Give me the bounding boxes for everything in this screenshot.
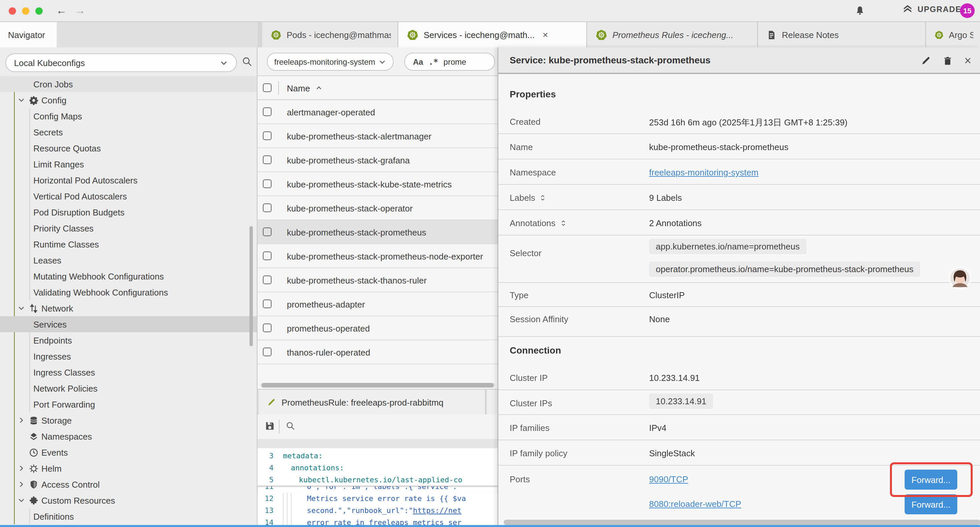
table-row[interactable]: kube-prometheus-stack-alertmanager [258, 124, 498, 148]
editor-tab-partial[interactable] [487, 390, 498, 415]
runbook-url-link[interactable]: https://net [413, 506, 461, 515]
tab-services[interactable]: Services - icecheng@math... × [398, 22, 587, 47]
property-row-cluster-ip: Cluster IP 10.233.14.91 [498, 366, 980, 390]
sidebar-item-definitions[interactable]: Definitions [0, 508, 258, 524]
row-checkbox[interactable] [263, 131, 272, 140]
property-label: Cluster IPs [510, 398, 552, 408]
row-checkbox[interactable] [263, 179, 272, 188]
sidebar-item-validating-webhook-configurations[interactable]: Validating Webhook Configurations [0, 284, 258, 300]
row-checkbox[interactable] [263, 227, 272, 236]
table-row[interactable]: kube-prometheus-stack-operator [258, 196, 498, 220]
sidebar-item-ingresses[interactable]: Ingresses [0, 348, 258, 364]
table-row[interactable]: kube-prometheus-stack-grafana [258, 148, 498, 172]
tab-navigator[interactable]: Navigator [0, 22, 57, 47]
close-tab-icon[interactable]: × [543, 30, 548, 39]
row-checkbox[interactable] [263, 299, 272, 308]
sidebar-item-limit-ranges[interactable]: Limit Ranges [0, 156, 258, 172]
filter-input[interactable]: Aa .* prome [404, 53, 495, 71]
trash-icon[interactable] [943, 56, 953, 66]
forward-arrow-icon[interactable]: → [73, 4, 87, 18]
notifications-bell-icon[interactable] [854, 5, 865, 16]
table-row[interactable]: kube-prometheus-stack-prometheus-node-ex… [258, 244, 498, 268]
back-arrow-icon[interactable]: ← [55, 4, 68, 18]
sidebar-item-port-forwarding[interactable]: Port Forwarding [0, 396, 258, 412]
tab-release-notes[interactable]: Release Notes [758, 22, 926, 47]
sidebar-item-runtime-classes[interactable]: Runtime Classes [0, 236, 258, 252]
sidebar-group-network[interactable]: Network [0, 300, 258, 316]
forward-button-8080[interactable]: Forward... [905, 494, 957, 514]
regex-icon[interactable]: .* [429, 57, 438, 66]
drawer-horizontal-scrollbar[interactable] [504, 520, 980, 525]
sidebar-item-pod-disruption-budgets[interactable]: Pod Disruption Budgets [0, 204, 258, 220]
expand-updown-icon[interactable] [559, 219, 567, 228]
property-row-namespace: Namespace freeleaps-monitoring-system [498, 161, 980, 185]
table-row[interactable]: prometheus-operated [258, 316, 498, 340]
window-close-button[interactable] [9, 7, 16, 15]
kubeconfig-dropdown[interactable]: Local Kubeconfigs [5, 53, 237, 72]
sidebar-item-namespaces[interactable]: Namespaces [0, 428, 258, 444]
notification-count-badge[interactable]: 15 [960, 3, 975, 18]
sidebar-item-config-maps[interactable]: Config Maps [0, 108, 258, 124]
save-icon[interactable] [264, 420, 275, 431]
sidebar-group-helm[interactable]: Helm [0, 460, 258, 476]
sidebar-group-custom-resources[interactable]: Custom Resources [0, 492, 258, 508]
sidebar-item-secrets[interactable]: Secrets [0, 124, 258, 140]
row-checkbox[interactable] [263, 107, 272, 116]
sidebar-group-storage[interactable]: Storage [0, 412, 258, 428]
sidebar-scrollbar[interactable] [250, 226, 253, 346]
drawer-title: Service: kube-prometheus-stack-prometheu… [498, 55, 711, 65]
row-checkbox[interactable] [263, 323, 272, 332]
sidebar-item-horizontal-pod-autoscalers[interactable]: Horizontal Pod Autoscalers [0, 172, 258, 188]
tab-prometheus-rules[interactable]: Prometheus Rules - icecheng... [587, 22, 758, 47]
table-row[interactable]: thanos-ruler-operated [258, 340, 498, 364]
editor-search-icon[interactable] [286, 421, 296, 431]
row-checkbox[interactable] [263, 347, 272, 356]
match-case-icon[interactable]: Aa [413, 57, 423, 66]
assistant-avatar[interactable] [949, 267, 971, 290]
row-checkbox[interactable] [263, 275, 272, 284]
namespace-link[interactable]: freeleaps-monitoring-system [649, 167, 759, 177]
table-horizontal-scrollbar[interactable] [260, 383, 495, 388]
sidebar-item-mutating-webhook-configurations[interactable]: Mutating Webhook Configurations [0, 268, 258, 284]
section-heading-connection: Connection [510, 345, 561, 355]
sidebar-group-config[interactable]: Config [0, 92, 258, 108]
editor-tab-prometheusrule[interactable]: PrometheusRule: freeleaps-prod-rabbitmq [259, 390, 486, 415]
select-all-checkbox[interactable] [263, 83, 272, 92]
sidebar-search-icon[interactable] [242, 56, 253, 67]
table-row[interactable]: kube-prometheus-stack-thanos-ruler [258, 268, 498, 292]
expand-updown-icon[interactable] [539, 193, 547, 202]
table-row[interactable]: prometheus-adapter [258, 292, 498, 316]
row-checkbox[interactable] [263, 203, 272, 212]
sidebar-item-vertical-pod-autoscalers[interactable]: Vertical Pod Autoscalers [0, 188, 258, 204]
sidebar-item-ingress-classes[interactable]: Ingress Classes [0, 364, 258, 380]
close-drawer-icon[interactable]: × [964, 55, 971, 67]
column-header-name[interactable]: Name [287, 76, 323, 100]
sidebar-item-priority-classes[interactable]: Priority Classes [0, 220, 258, 236]
chevron-right-icon [18, 464, 25, 472]
tab-argo[interactable]: Argo Se [926, 22, 980, 47]
window-minimize-button[interactable] [22, 7, 29, 15]
property-label: IP family policy [510, 448, 567, 458]
sidebar-item-events[interactable]: Events [0, 444, 258, 460]
port-link-8080[interactable]: 8080:reloader-web/TCP [649, 499, 741, 509]
window-zoom-button[interactable] [35, 7, 43, 15]
row-checkbox[interactable] [263, 251, 272, 260]
port-link-9090[interactable]: 9090/TCP [649, 474, 688, 484]
sidebar-item-leases[interactable]: Leases [0, 252, 258, 268]
table-row[interactable]: alertmanager-operated [258, 100, 498, 124]
tab-pods[interactable]: Pods - icecheng@mathmas... [262, 22, 398, 47]
sidebar-item-endpoints[interactable]: Endpoints [0, 332, 258, 348]
namespace-dropdown[interactable]: freeleaps-monitoring-system [267, 53, 394, 71]
sidebar-item-services[interactable]: Services [0, 316, 258, 332]
row-checkbox[interactable] [263, 155, 272, 164]
sidebar-item-cron-jobs[interactable]: Cron Jobs [0, 76, 258, 92]
upgrade-button[interactable]: UPGRADE [903, 4, 961, 14]
sidebar-item-resource-quotas[interactable]: Resource Quotas [0, 140, 258, 156]
editor-toolbar [258, 414, 498, 439]
table-row[interactable]: kube-prometheus-stack-kube-state-metrics [258, 172, 498, 196]
sidebar-group-access-control[interactable]: Access Control [0, 476, 258, 492]
table-row-selected[interactable]: kube-prometheus-stack-prometheus [258, 220, 498, 244]
yaml-editor[interactable]: 3 metadata: 4 annotations: 5 kubectl.kub… [258, 448, 498, 525]
sidebar-item-network-policies[interactable]: Network Policies [0, 380, 258, 396]
edit-pencil-icon[interactable] [921, 56, 932, 66]
